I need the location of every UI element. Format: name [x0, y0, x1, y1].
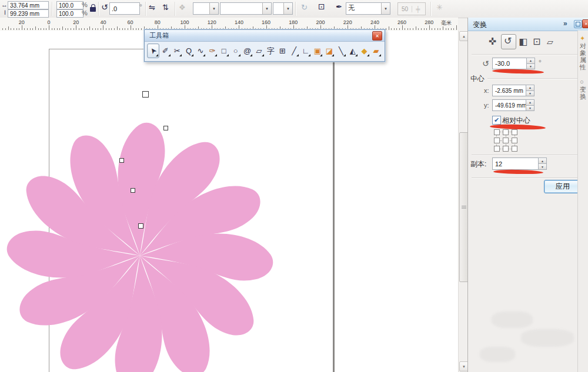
ruler-tick	[402, 25, 403, 30]
anchor-top-left[interactable]	[494, 129, 500, 135]
polygon-tool[interactable]: @	[242, 44, 253, 58]
ruler-label: 140	[235, 19, 243, 25]
interactive-fill-tool[interactable]: ▰	[370, 44, 382, 58]
pick-tool[interactable]: ➤	[147, 43, 159, 58]
scale-y-field[interactable]: 100.0	[56, 9, 83, 18]
freehand-tool[interactable]: ∿	[195, 44, 206, 58]
spinner-down-icon[interactable]: ▼	[526, 91, 534, 97]
zoom-tool[interactable]: Q	[183, 44, 195, 58]
anchor-middle-left[interactable]	[494, 138, 500, 143]
dimension-tool[interactable]: ╱	[289, 44, 300, 58]
ruler-tick	[87, 28, 88, 30]
preset-combo[interactable]: ▼	[193, 2, 219, 15]
basic-shapes-tool[interactable]: ▱	[253, 44, 265, 58]
redo-icon-disabled: ↻	[301, 4, 308, 11]
spinner-up-icon[interactable]: ▲	[526, 99, 534, 106]
rectangle-tool[interactable]: □	[218, 44, 229, 58]
table-tool[interactable]: ⊞	[277, 44, 288, 58]
apply-button[interactable]: 应用	[544, 180, 582, 193]
lock-ratio-icon[interactable]	[90, 7, 96, 12]
selection-node-handle[interactable]	[138, 223, 143, 229]
toolbox-close-button[interactable]: ✕	[372, 31, 382, 41]
anchor-center[interactable]	[503, 138, 509, 143]
outline-pen-icon: ✒	[336, 3, 342, 11]
anchor-bottom-right[interactable]	[512, 146, 517, 152]
style-combo[interactable]: ▼	[220, 2, 272, 15]
artistic-media-tool[interactable]: ✑	[207, 44, 218, 58]
selection-node-handle[interactable]	[142, 91, 149, 98]
spinner-down-icon[interactable]: ▼	[526, 106, 534, 112]
toolbox-titlebar[interactable]: 工具箱	[145, 30, 385, 42]
spinner-up-icon[interactable]: ▲	[526, 85, 534, 91]
drawing-canvas[interactable]	[0, 31, 458, 372]
wrap-text-icon[interactable]: ⊡	[318, 3, 325, 11]
anchor-top-right[interactable]	[512, 129, 517, 135]
anchor-top-center[interactable]	[503, 129, 509, 135]
transform-rotate-mode-icon[interactable]: ↺	[504, 36, 512, 46]
center-x-input[interactable]: -2.635 mm	[492, 85, 530, 96]
blend-tool[interactable]: ▣	[312, 44, 323, 58]
flyout-triangle-icon	[156, 54, 158, 56]
selection-node-handle[interactable]	[163, 126, 168, 130]
spinner-down-icon[interactable]: ▼	[538, 164, 547, 170]
ellipse-tool[interactable]: ○	[230, 44, 241, 58]
ruler-tick	[399, 28, 400, 30]
transform-scale-mirror-mode-icon[interactable]: ◧	[519, 37, 527, 46]
spinner-up-icon[interactable]: ▲	[538, 157, 547, 164]
copies-input[interactable]: 12	[492, 157, 543, 170]
dropdown-arrow-icon[interactable]: ▼	[381, 3, 390, 14]
object-properties-tab[interactable]: ✦对象属性	[580, 34, 588, 71]
transform-size-mode-icon[interactable]: ⊡	[533, 37, 540, 46]
vertical-scrollbar[interactable]: ▲ ▼	[458, 31, 468, 372]
size-combo[interactable]: ▼	[273, 2, 293, 15]
relative-center-checkbox[interactable]: ✔	[492, 116, 501, 125]
eyedropper-tool[interactable]: ╲	[336, 44, 347, 58]
docker-titlebar[interactable]: 变换 » ✕	[468, 18, 588, 31]
connector-tool[interactable]: ∟	[300, 44, 312, 58]
flyout-triangle-icon	[332, 54, 334, 56]
ruler-tick	[443, 26, 443, 30]
copies-spinner[interactable]: ▲ ▼	[538, 157, 547, 170]
text-tool[interactable]: 字	[265, 44, 276, 58]
center-x-label: x:	[484, 87, 489, 94]
spinner-down-icon[interactable]: ▼	[526, 64, 535, 70]
selection-node-handle[interactable]	[131, 188, 135, 193]
transform-position-mode-icon[interactable]: ✜	[489, 37, 496, 46]
anchor-bottom-center[interactable]	[503, 146, 509, 152]
transform-tab[interactable]: ○变换	[580, 78, 588, 100]
rotation-angle-field[interactable]: .0	[109, 2, 140, 15]
shape-tool[interactable]: ✐	[160, 44, 171, 58]
crop-tool[interactable]: ✂	[172, 44, 183, 58]
docker-minimize-button[interactable]	[574, 20, 582, 28]
center-x-spinner[interactable]: ▲ ▼	[526, 85, 534, 96]
docker-collapse-chevron[interactable]: »	[563, 19, 567, 28]
rotation-angle-spinner[interactable]: ▲ ▼	[526, 58, 535, 69]
selection-node-handle[interactable]	[119, 158, 124, 163]
dropdown-arrow-icon[interactable]: ▼	[209, 3, 218, 14]
ruler-tick	[22, 25, 22, 30]
flower-shape[interactable]	[0, 31, 458, 372]
dropdown-arrow-icon[interactable]: ▼	[262, 3, 271, 14]
center-y-input[interactable]: -49.619 mm	[492, 99, 530, 111]
toolbox-title: 工具箱	[145, 31, 169, 40]
watermark	[492, 311, 533, 328]
rotation-angle-input[interactable]: -30.0	[492, 58, 531, 69]
anchor-middle-right[interactable]	[512, 138, 517, 143]
dropdown-arrow-icon[interactable]: ▼	[283, 3, 292, 14]
transform-skew-mode-icon[interactable]: ▱	[547, 38, 553, 46]
object-width-field[interactable]: 33.764 mm	[8, 1, 49, 9]
mirror-horizontal-button[interactable]: ⇋	[149, 4, 155, 11]
object-height-field[interactable]: 99.239 mm	[8, 9, 49, 18]
percent-label-x: %	[82, 1, 88, 9]
fill-tool[interactable]: ◆	[359, 44, 370, 58]
center-y-spinner[interactable]: ▲ ▼	[526, 99, 534, 111]
spinner-up-icon[interactable]: ▲	[526, 58, 535, 64]
mirror-vertical-button[interactable]: ⇅	[162, 4, 169, 11]
toolbox-window[interactable]: 工具箱 ✕ ➤✐✂Q∿✑□○@▱字⊞╱∟▣◪╲◭◆▰	[144, 29, 385, 62]
anchor-bottom-left[interactable]	[494, 146, 500, 152]
docker-close-button[interactable]: ✕	[582, 19, 588, 28]
scale-x-field[interactable]: 100.0	[56, 1, 83, 9]
outline-pen-tool[interactable]: ◭	[347, 44, 358, 58]
outline-width-combo[interactable]: 无 ▼	[346, 2, 390, 15]
contour-tool[interactable]: ◪	[324, 44, 335, 58]
